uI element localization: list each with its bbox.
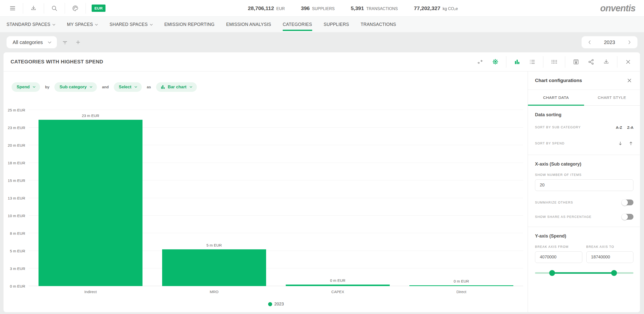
x-axis-label-mro: MRO bbox=[152, 290, 276, 294]
stat-value: 5,391 bbox=[351, 5, 364, 11]
bar-chart-view-icon[interactable] bbox=[511, 56, 523, 68]
legend-dot bbox=[268, 302, 272, 306]
bar-value-label: 0 m EUR bbox=[400, 279, 523, 283]
secondary-dimension-dropdown[interactable]: Select bbox=[114, 82, 142, 92]
stat-value: 28,706,112 bbox=[248, 5, 274, 11]
section-heading: Y-axis (Spend) bbox=[535, 233, 633, 239]
add-filter-icon[interactable] bbox=[73, 37, 83, 47]
tab-emission-analysis[interactable]: EMISSION ANALYSIS bbox=[226, 17, 271, 32]
slider-knob-to[interactable] bbox=[611, 270, 617, 276]
summarize-others-toggle[interactable] bbox=[622, 200, 633, 205]
next-year-icon[interactable] bbox=[626, 40, 632, 44]
bar-direct[interactable] bbox=[409, 285, 513, 286]
chart-widget-panel: CATEGORIES WITH HIGHEST SPEND bbox=[4, 52, 640, 312]
x-axis-label-capex: CAPEX bbox=[276, 290, 400, 294]
bar-value-label: 0 m EUR bbox=[276, 278, 400, 283]
conjunction-by: by bbox=[45, 85, 50, 89]
search-icon[interactable] bbox=[49, 3, 60, 14]
chart-type-dropdown[interactable]: Bar chart bbox=[156, 82, 197, 92]
y-axis-tick-label: 3 m EUR bbox=[10, 266, 25, 271]
break-axis-inputs: BREAK AXIS FROM BREAK AXIS TO bbox=[535, 244, 633, 263]
tab-standard-spaces[interactable]: STANDARD SPACES bbox=[7, 17, 55, 32]
break-axis-from-input[interactable] bbox=[535, 251, 582, 263]
chart-type-label: Bar chart bbox=[168, 85, 187, 90]
break-axis-range-slider bbox=[535, 270, 633, 276]
tab-emission-reporting[interactable]: EMISSION REPORTING bbox=[164, 17, 215, 32]
bar-indirect[interactable] bbox=[39, 120, 142, 286]
number-of-items-input[interactable] bbox=[535, 179, 633, 191]
chevron-down-icon bbox=[95, 24, 98, 26]
grid-view-icon[interactable] bbox=[548, 56, 560, 68]
tab-shared-spaces[interactable]: SHARED SPACES bbox=[110, 17, 153, 32]
share-percentage-row: SHOW SHARE AS PERCENTAGE bbox=[535, 214, 633, 220]
x-axis-labels: IndirectMROCAPEXDirect bbox=[29, 290, 523, 294]
break-from-label: BREAK AXIS FROM bbox=[535, 245, 568, 249]
kpi-stats: 28,706,112 EUR 396 SUPPLIERS 5,391 TRANS… bbox=[105, 5, 600, 11]
tab-chart-data[interactable]: CHART DATA bbox=[528, 90, 584, 105]
break-axis-to-input[interactable] bbox=[586, 251, 634, 263]
dimension-label: Sub category bbox=[59, 85, 87, 90]
divider bbox=[543, 56, 543, 68]
bar-slot-direct: 0 m EUR bbox=[400, 110, 523, 286]
tab-label: STANDARD SPACES bbox=[7, 22, 50, 27]
config-tabs: CHART DATA CHART STYLE bbox=[528, 90, 640, 106]
close-config-icon[interactable] bbox=[625, 76, 634, 85]
sort-az-button[interactable]: A-Z bbox=[616, 125, 622, 130]
section-heading: X-axis (Sub category) bbox=[535, 162, 633, 167]
bar-chart-icon bbox=[161, 85, 165, 89]
stat-suppliers: 396 SUPPLIERS bbox=[301, 5, 335, 11]
category-filter-dropdown[interactable]: All categories bbox=[7, 36, 57, 48]
widget-title: CATEGORIES WITH HIGHEST SPEND bbox=[11, 59, 103, 65]
sort-ascending-icon[interactable] bbox=[628, 141, 633, 146]
bar-capex[interactable] bbox=[286, 285, 389, 286]
slider-active-range bbox=[552, 272, 614, 274]
download-icon[interactable] bbox=[28, 3, 39, 14]
sort-za-button[interactable]: Z-A bbox=[627, 125, 633, 130]
chevron-down-icon bbox=[48, 41, 51, 44]
currency-badge[interactable]: EUR bbox=[92, 5, 105, 12]
tab-transactions[interactable]: TRANSACTIONS bbox=[361, 17, 396, 32]
conjunction-and: and bbox=[102, 85, 109, 89]
bar-slots: 23 m EUR5 m EUR0 m EUR0 m EUR bbox=[29, 110, 523, 286]
close-widget-icon[interactable] bbox=[622, 56, 634, 68]
prev-year-icon[interactable] bbox=[587, 40, 593, 44]
tab-categories[interactable]: CATEGORIES bbox=[283, 17, 312, 32]
stat-co2: 77,202,327 kg CO₂e bbox=[414, 5, 458, 11]
bar-mro[interactable] bbox=[162, 249, 266, 286]
slider-knob-from[interactable] bbox=[549, 270, 555, 276]
list-view-icon[interactable] bbox=[526, 56, 538, 68]
filter-icon[interactable] bbox=[60, 37, 70, 47]
measure-dropdown[interactable]: Spend bbox=[12, 82, 40, 92]
palette-icon[interactable] bbox=[70, 3, 81, 14]
dimension-dropdown[interactable]: Sub category bbox=[54, 82, 97, 92]
stat-unit: SUPPLIERS bbox=[312, 7, 335, 11]
bar-chart: 0 m EUR3 m EUR5 m EUR8 m EUR10 m EUR13 m… bbox=[4, 110, 528, 286]
collapse-icon[interactable] bbox=[474, 56, 486, 68]
tab-chart-style[interactable]: CHART STYLE bbox=[584, 90, 640, 105]
break-axis-from-group: BREAK AXIS FROM bbox=[535, 244, 582, 263]
stat-value: 396 bbox=[301, 5, 310, 11]
divider bbox=[23, 3, 23, 14]
chart-configurations-panel: Chart configurations CHART DATA CHART ST… bbox=[528, 71, 640, 312]
x-axis-label-indirect: Indirect bbox=[29, 290, 152, 294]
chevron-down-icon bbox=[52, 24, 55, 26]
bar-slot-indirect: 23 m EUR bbox=[29, 110, 152, 286]
y-axis-tick-label: 15 m EUR bbox=[8, 178, 25, 183]
share-icon[interactable] bbox=[585, 56, 597, 68]
sort-descending-icon[interactable] bbox=[618, 141, 623, 146]
break-axis-to-group: BREAK AXIS TO bbox=[586, 244, 634, 263]
number-of-items-group: SHOW NUMBER OF ITEMS bbox=[535, 172, 633, 191]
export-download-icon[interactable] bbox=[600, 56, 612, 68]
settings-gear-icon[interactable] bbox=[489, 56, 501, 68]
y-axis-tick-label: 18 m EUR bbox=[8, 161, 25, 165]
bar-value-label: 23 m EUR bbox=[29, 113, 152, 118]
tab-label: TRANSACTIONS bbox=[361, 22, 396, 27]
measure-label: Spend bbox=[17, 85, 30, 90]
share-percentage-toggle[interactable] bbox=[622, 214, 633, 220]
save-icon[interactable] bbox=[570, 56, 582, 68]
tab-suppliers[interactable]: SUPPLIERS bbox=[324, 17, 349, 32]
tab-my-spaces[interactable]: MY SPACES bbox=[67, 17, 98, 32]
divider bbox=[506, 56, 506, 68]
menu-icon[interactable] bbox=[7, 3, 18, 14]
bar-value-label: 5 m EUR bbox=[152, 243, 276, 247]
